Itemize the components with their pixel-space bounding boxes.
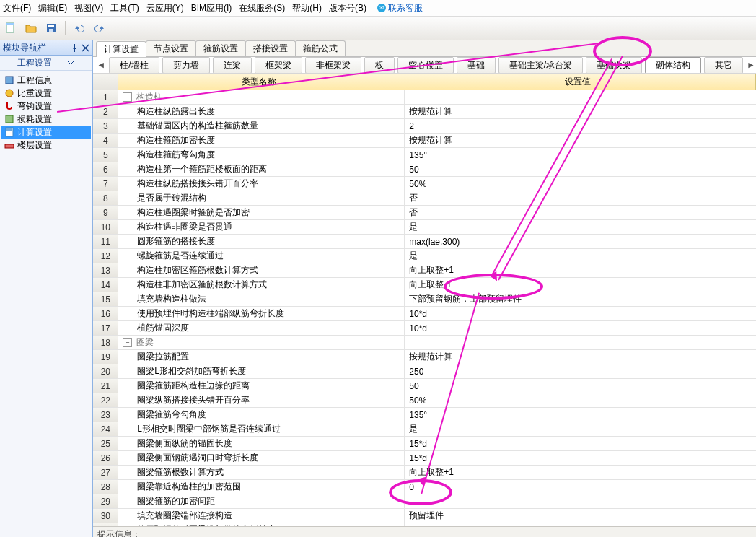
row-value[interactable]: 按规范计算 bbox=[405, 134, 756, 147]
nav-item-info[interactable]: 工程信息 bbox=[1, 74, 91, 87]
row-value[interactable]: 50 bbox=[405, 162, 756, 176]
table-row[interactable]: 20圈梁L形相交斜加筋弯折长度250 bbox=[93, 364, 756, 379]
row-value[interactable]: 向上取整+1 bbox=[405, 466, 756, 479]
redo-button[interactable] bbox=[92, 20, 107, 36]
row-value[interactable]: 135° bbox=[405, 148, 756, 162]
table-row[interactable]: 9构造柱遇圈梁时箍筋是否加密否 bbox=[93, 206, 756, 220]
open-button[interactable] bbox=[23, 20, 39, 36]
table-row[interactable]: 22圈梁纵筋搭接接头错开百分率50% bbox=[93, 393, 756, 408]
tab-0[interactable]: 计算设置 bbox=[96, 41, 146, 57]
row-value[interactable]: 0 bbox=[405, 480, 756, 494]
row-value[interactable]: 10*d bbox=[405, 307, 756, 320]
row-value[interactable]: 向上取整+1 bbox=[405, 263, 756, 277]
row-value[interactable]: 250 bbox=[405, 364, 756, 378]
table-row[interactable]: 2构造柱纵筋露出长度按规范计算 bbox=[93, 105, 756, 119]
nav-item-loss[interactable]: 损耗设置 bbox=[1, 113, 91, 126]
row-value[interactable]: 是 bbox=[405, 249, 756, 263]
nav-item-weight[interactable]: 比重设置 bbox=[1, 87, 91, 100]
table-row[interactable]: 1−构造柱 bbox=[93, 90, 756, 105]
subtab-10[interactable]: 砌体结构 bbox=[645, 57, 701, 74]
subtab-2[interactable]: 连梁 bbox=[213, 57, 252, 74]
menu-edit[interactable]: 编辑(E) bbox=[38, 2, 67, 14]
row-value[interactable]: 15*d bbox=[405, 437, 756, 450]
grid-body[interactable]: 1−构造柱2构造柱纵筋露出长度按规范计算3基础锚固区内的构造柱箍筋数量24构造柱… bbox=[93, 90, 756, 526]
subtab-4[interactable]: 非框架梁 bbox=[305, 57, 361, 74]
table-row[interactable]: 8是否属于砖混结构否 bbox=[93, 191, 756, 206]
table-row[interactable]: 19圈梁拉筋配置按规范计算 bbox=[93, 350, 756, 364]
table-row[interactable]: 12螺旋箍筋是否连续通过是 bbox=[93, 249, 756, 263]
tab-3[interactable]: 搭接设置 bbox=[245, 40, 296, 56]
menu-help[interactable]: 帮助(H) bbox=[292, 2, 322, 14]
pin-icon[interactable] bbox=[71, 44, 79, 52]
row-value[interactable]: 否 bbox=[405, 206, 756, 219]
row-value[interactable] bbox=[405, 336, 756, 349]
row-value[interactable]: 50% bbox=[405, 393, 756, 407]
row-value[interactable]: 135° bbox=[405, 408, 756, 422]
table-row[interactable]: 6构造柱第一个箍筋距楼板面的距离50 bbox=[93, 162, 756, 177]
menu-online[interactable]: 在线服务(S) bbox=[239, 2, 285, 14]
menu-ver[interactable]: 版本号(B) bbox=[329, 2, 366, 14]
subtab-7[interactable]: 基础 bbox=[457, 57, 496, 74]
table-row[interactable]: 25圈梁侧面纵筋的锚固长度15*d bbox=[93, 437, 756, 451]
row-value[interactable]: 按规范计算 bbox=[405, 105, 756, 118]
nav-item-calc[interactable]: 计算设置 bbox=[1, 126, 91, 139]
table-row[interactable]: 11圆形箍筋的搭接长度max(lae,300) bbox=[93, 235, 756, 249]
table-row[interactable]: 21圈梁箍筋距构造柱边缘的距离50 bbox=[93, 379, 756, 393]
subtab-1[interactable]: 剪力墙 bbox=[162, 57, 210, 74]
table-row[interactable]: 5构造柱箍筋弯勾角度135° bbox=[93, 148, 756, 162]
undo-button[interactable] bbox=[71, 20, 87, 36]
table-row[interactable]: 14构造柱非加密区箍筋根数计算方式向上取整-1 bbox=[93, 278, 756, 292]
subtab-11[interactable]: 其它 bbox=[704, 57, 743, 74]
row-value[interactable]: 预留埋件 bbox=[405, 509, 756, 523]
contact-support-link[interactable]: ✉ 联系客服 bbox=[377, 2, 430, 14]
scroll-right-icon[interactable]: ► bbox=[746, 58, 756, 71]
collapse-icon[interactable]: − bbox=[123, 338, 132, 347]
row-value[interactable]: 向上取整-1 bbox=[405, 278, 756, 292]
nav-item-floor[interactable]: 楼层设置 bbox=[1, 139, 91, 152]
row-value[interactable]: 否 bbox=[405, 191, 756, 205]
table-row[interactable]: 7构造柱纵筋搭接接头错开百分率50% bbox=[93, 177, 756, 191]
table-row[interactable]: 16使用预埋件时构造柱端部纵筋弯折长度10*d bbox=[93, 307, 756, 321]
table-row[interactable]: 3基础锚固区内的构造柱箍筋数量2 bbox=[93, 119, 756, 134]
menu-view[interactable]: 视图(V) bbox=[74, 2, 103, 14]
table-row[interactable]: 27圈梁箍筋根数计算方式向上取整+1 bbox=[93, 466, 756, 480]
row-value[interactable]: max(lae,300) bbox=[405, 235, 756, 248]
row-value[interactable]: 是 bbox=[405, 422, 756, 436]
menu-bim[interactable]: BIM应用(I) bbox=[191, 2, 232, 14]
subtab-8[interactable]: 基础主梁/承台梁 bbox=[498, 57, 583, 74]
subtab-3[interactable]: 框架梁 bbox=[255, 57, 302, 74]
nav-subtitle[interactable]: 工程设置 bbox=[0, 56, 92, 71]
row-value[interactable]: 50% bbox=[405, 177, 756, 191]
row-value[interactable]: 10*d bbox=[405, 321, 756, 335]
tab-2[interactable]: 箍筋设置 bbox=[195, 40, 246, 56]
row-value[interactable]: 按规范计算 bbox=[405, 350, 756, 364]
nav-item-hook[interactable]: 弯钩设置 bbox=[1, 100, 91, 113]
menu-tool[interactable]: 工具(T) bbox=[110, 2, 139, 14]
subtab-9[interactable]: 基础次梁 bbox=[586, 57, 642, 74]
subtab-6[interactable]: 空心楼盖 bbox=[397, 57, 454, 74]
tab-1[interactable]: 节点设置 bbox=[146, 40, 196, 56]
row-value[interactable] bbox=[405, 494, 756, 508]
table-row[interactable]: 29圈梁箍筋的加密间距 bbox=[93, 494, 756, 509]
row-value[interactable]: 15*d bbox=[405, 451, 756, 465]
table-row[interactable]: 18−圈梁 bbox=[93, 336, 756, 350]
table-row[interactable]: 23圈梁箍筋弯勾角度135° bbox=[93, 408, 756, 422]
table-row[interactable]: 4构造柱箍筋加密长度按规范计算 bbox=[93, 134, 756, 148]
close-icon[interactable] bbox=[82, 44, 89, 52]
table-row[interactable]: 30填充墙圈梁端部连接构造预留埋件 bbox=[93, 509, 756, 523]
subtab-0[interactable]: 柱/墙柱 bbox=[109, 57, 159, 74]
row-value[interactable]: 50 bbox=[405, 379, 756, 393]
scroll-left-icon[interactable]: ◄ bbox=[96, 58, 106, 71]
menu-cloud[interactable]: 云应用(Y) bbox=[146, 2, 184, 14]
table-row[interactable]: 10构造柱遇非圈梁是否贯通是 bbox=[93, 220, 756, 235]
table-row[interactable]: 24L形相交时圈梁中部钢筋是否连续通过是 bbox=[93, 422, 756, 437]
row-value[interactable] bbox=[405, 90, 756, 104]
save-button[interactable] bbox=[43, 20, 59, 36]
collapse-icon[interactable]: − bbox=[123, 92, 132, 102]
row-value[interactable]: 下部预留钢筋，上部预留埋件 bbox=[405, 292, 756, 306]
menu-file[interactable]: 文件(F) bbox=[3, 2, 31, 14]
table-row[interactable]: 28圈梁靠近构造柱的加密范围0 bbox=[93, 480, 756, 494]
table-row[interactable]: 13构造柱加密区箍筋根数计算方式向上取整+1 bbox=[93, 263, 756, 278]
subtab-5[interactable]: 板 bbox=[364, 57, 395, 74]
table-row[interactable]: 15填充墙构造柱做法下部预留钢筋，上部预留埋件 bbox=[93, 292, 756, 307]
